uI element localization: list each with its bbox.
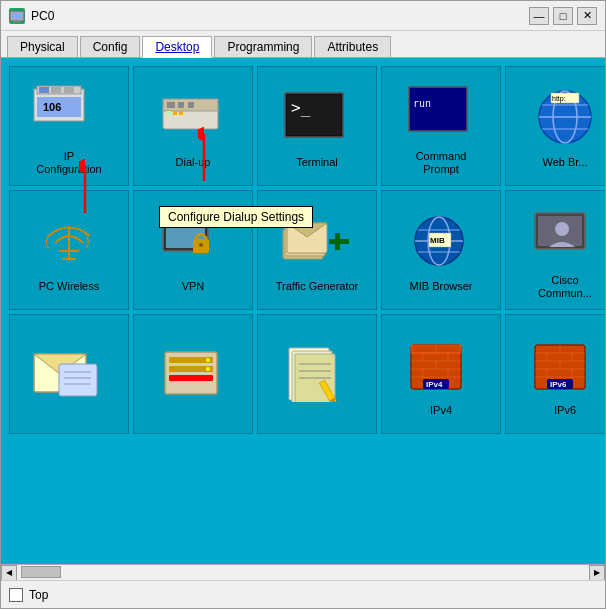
scrollbar-track-h xyxy=(17,565,589,580)
scrollbar-thumb-h[interactable] xyxy=(21,566,61,578)
top-label: Top xyxy=(29,588,48,602)
title-bar: PC0 — □ ✕ xyxy=(1,1,605,31)
mib-browser-image: MIB xyxy=(401,206,481,276)
svg-rect-19 xyxy=(167,111,171,115)
tab-desktop[interactable]: Desktop xyxy=(142,36,212,58)
command-prompt-icon-cell[interactable]: run CommandPrompt xyxy=(381,66,501,186)
vpn-label: VPN xyxy=(182,280,205,293)
title-controls: — □ ✕ xyxy=(529,7,597,25)
svg-text:): ) xyxy=(85,233,90,249)
terminal-image: >_ xyxy=(277,82,357,152)
svg-text:·: · xyxy=(59,240,62,251)
mib-browser-icon-cell[interactable]: MIB MIB Browser xyxy=(381,190,501,310)
icon-grid: 106 IPConfiguration xyxy=(1,58,605,442)
svg-rect-21 xyxy=(179,111,183,115)
svg-text:run: run xyxy=(413,98,431,109)
svg-text:>_: >_ xyxy=(291,98,311,117)
dial-up-image xyxy=(153,82,233,152)
terminal-icon-cell[interactable]: >_ Terminal xyxy=(257,66,377,186)
tooltip: Configure Dialup Settings xyxy=(159,206,313,228)
svg-point-44 xyxy=(199,243,203,247)
terminal-label: Terminal xyxy=(296,156,338,169)
content-area: Configure Dialup Settings xyxy=(1,58,605,564)
svg-point-60 xyxy=(555,222,569,236)
svg-rect-18 xyxy=(188,102,194,108)
svg-text:IPv4: IPv4 xyxy=(426,380,443,389)
svg-rect-20 xyxy=(173,111,177,115)
svg-rect-16 xyxy=(167,102,175,108)
svg-point-71 xyxy=(206,358,210,362)
close-button[interactable]: ✕ xyxy=(577,7,597,25)
svg-rect-70 xyxy=(169,375,213,381)
minimize-button[interactable]: — xyxy=(529,7,549,25)
svg-rect-63 xyxy=(59,364,97,396)
ipv6-fw-label: IPv6 xyxy=(554,404,576,417)
web-browser-label: Web Br... xyxy=(542,156,587,169)
window-title: PC0 xyxy=(31,9,529,23)
cisco-commun-image xyxy=(525,200,605,270)
cisco-commun-icon-cell[interactable]: CiscoCommun... xyxy=(505,190,605,310)
svg-rect-1 xyxy=(12,13,22,19)
tab-programming[interactable]: Programming xyxy=(214,36,312,57)
svg-rect-50 xyxy=(335,233,340,250)
web-browser-icon-cell[interactable]: http: Web Br... xyxy=(505,66,605,186)
pc-wireless-image: ( ) · xyxy=(29,206,109,276)
window-icon xyxy=(9,8,25,24)
email-icon-cell[interactable] xyxy=(9,314,129,434)
dial-up-icon-cell[interactable]: Dial-up xyxy=(133,66,253,186)
tab-physical[interactable]: Physical xyxy=(7,36,78,57)
svg-point-72 xyxy=(206,367,210,371)
ipv4-fw-label: IPv4 xyxy=(430,404,452,417)
tab-config[interactable]: Config xyxy=(80,36,141,57)
email-image xyxy=(29,337,109,407)
top-checkbox[interactable] xyxy=(9,588,23,602)
svg-rect-10 xyxy=(51,87,61,93)
mib-browser-label: MIB Browser xyxy=(410,280,473,293)
pc-wireless-label: PC Wireless xyxy=(39,280,100,293)
ipv4-fw-icon-cell[interactable]: IPv4 IPv4 xyxy=(381,314,501,434)
tab-bar: Physical Config Desktop Programming Attr… xyxy=(1,31,605,58)
svg-rect-2 xyxy=(13,20,21,22)
dhcp-image xyxy=(153,337,233,407)
main-window: PC0 — □ ✕ Physical Config Desktop Progra… xyxy=(0,0,606,609)
svg-text:http:: http: xyxy=(552,95,566,103)
ipv4-fw-image: IPv4 xyxy=(401,330,481,400)
traffic-gen-label: Traffic Generator xyxy=(276,280,359,293)
tab-attributes[interactable]: Attributes xyxy=(314,36,391,57)
svg-text:MIB: MIB xyxy=(430,236,445,245)
command-prompt-image: run xyxy=(401,76,481,146)
svg-rect-26 xyxy=(411,89,465,129)
ip-config-image: 106 xyxy=(29,76,109,146)
svg-rect-17 xyxy=(178,102,184,108)
ipv6-fw-image: IPv6 xyxy=(525,330,605,400)
svg-text:IPv6: IPv6 xyxy=(550,380,567,389)
dhcp-icon-cell[interactable] xyxy=(133,314,253,434)
bottom-bar: Top xyxy=(1,580,605,608)
svg-text:106: 106 xyxy=(43,101,61,113)
horizontal-scrollbar: ◀ ▶ xyxy=(1,564,605,580)
svg-text:(: ( xyxy=(45,233,50,249)
notes-icon-cell[interactable] xyxy=(257,314,377,434)
pc-wireless-icon-cell[interactable]: ( ) · PC Wireless xyxy=(9,190,129,310)
ip-config-icon-cell[interactable]: 106 IPConfiguration xyxy=(9,66,129,186)
ipv6-fw-icon-cell[interactable]: IPv6 IPv6 xyxy=(505,314,605,434)
web-browser-image: http: xyxy=(525,82,605,152)
maximize-button[interactable]: □ xyxy=(553,7,573,25)
dial-up-label: Dial-up xyxy=(176,156,211,169)
svg-rect-11 xyxy=(64,87,74,93)
command-prompt-label: CommandPrompt xyxy=(416,150,467,176)
scroll-right-button[interactable]: ▶ xyxy=(589,565,605,581)
notes-image xyxy=(277,337,357,407)
cisco-commun-label: CiscoCommun... xyxy=(538,274,592,300)
svg-rect-9 xyxy=(39,87,49,93)
scroll-left-button[interactable]: ◀ xyxy=(1,565,17,581)
ip-config-label: IPConfiguration xyxy=(36,150,101,176)
